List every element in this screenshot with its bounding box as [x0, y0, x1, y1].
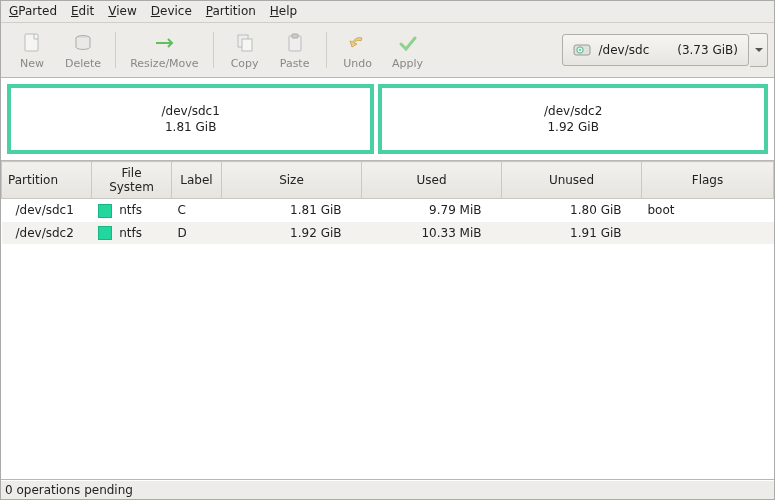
resize-move-label: Resize/Move [130, 57, 198, 70]
svg-point-8 [579, 49, 581, 51]
partition-block-size: 1.92 GiB [547, 119, 598, 135]
menu-gparted[interactable]: GParted [9, 4, 57, 18]
toolbar-separator [115, 32, 116, 68]
col-filesystem[interactable]: File System [92, 162, 172, 199]
svg-rect-5 [292, 34, 298, 38]
copy-button[interactable]: Copy [221, 27, 269, 73]
partition-table: Partition File System Label Size Used Un… [1, 161, 774, 480]
cell-partition: /dev/sdc2 [2, 222, 92, 245]
cell-size: 1.81 GiB [222, 199, 362, 222]
fs-name: ntfs [119, 203, 142, 217]
fs-name: ntfs [119, 226, 142, 240]
menu-partition[interactable]: Partition [206, 4, 256, 18]
apply-label: Apply [392, 57, 423, 70]
cell-flags: boot [642, 199, 774, 222]
menu-edit[interactable]: Edit [71, 4, 94, 18]
paste-label: Paste [280, 57, 310, 70]
menu-help[interactable]: Help [270, 4, 297, 18]
undo-icon [346, 31, 370, 55]
menubar: GParted Edit View Device Partition Help [1, 1, 774, 23]
copy-label: Copy [231, 57, 259, 70]
cell-used: 9.79 MiB [362, 199, 502, 222]
cell-filesystem: ntfs [92, 199, 172, 222]
cell-filesystem: ntfs [92, 222, 172, 245]
resize-move-button[interactable]: Resize/Move [123, 27, 205, 73]
toolbar: New Delete Resize/Move Copy Paste Undo [1, 23, 774, 78]
col-partition[interactable]: Partition [2, 162, 92, 199]
cell-used: 10.33 MiB [362, 222, 502, 245]
device-size: (3.73 GiB) [677, 43, 738, 57]
table-row[interactable]: /dev/sdc2 ntfs D 1.92 GiB 10.33 MiB 1.91… [2, 222, 774, 245]
partition-block-sdc2[interactable]: /dev/sdc2 1.92 GiB [378, 84, 768, 154]
delete-button[interactable]: Delete [58, 27, 108, 73]
cell-size: 1.92 GiB [222, 222, 362, 245]
undo-label: Undo [343, 57, 372, 70]
cell-flags [642, 222, 774, 245]
svg-rect-0 [25, 34, 38, 51]
device-name: /dev/sdc [599, 43, 650, 57]
partition-block-name: /dev/sdc2 [544, 103, 602, 119]
fs-color-swatch [98, 204, 112, 218]
col-unused[interactable]: Unused [502, 162, 642, 199]
col-label[interactable]: Label [172, 162, 222, 199]
new-label: New [20, 57, 44, 70]
device-selector[interactable]: /dev/sdc (3.73 GiB) [562, 34, 749, 66]
cell-label: C [172, 199, 222, 222]
status-bar: 0 operations pending [1, 480, 774, 499]
delete-label: Delete [65, 57, 101, 70]
partition-block-name: /dev/sdc1 [162, 103, 220, 119]
col-used[interactable]: Used [362, 162, 502, 199]
cell-partition: /dev/sdc1 [2, 199, 92, 222]
device-dropdown-arrow[interactable] [750, 33, 768, 67]
paste-icon [283, 31, 307, 55]
menu-view[interactable]: View [108, 4, 136, 18]
undo-button[interactable]: Undo [334, 27, 382, 73]
new-icon [20, 31, 44, 55]
apply-icon [396, 31, 420, 55]
new-button[interactable]: New [8, 27, 56, 73]
delete-icon [71, 31, 95, 55]
copy-icon [233, 31, 257, 55]
chevron-down-icon [755, 46, 763, 54]
toolbar-separator [213, 32, 214, 68]
partition-block-sdc1[interactable]: /dev/sdc1 1.81 GiB [7, 84, 374, 154]
svg-rect-3 [242, 39, 252, 51]
cell-unused: 1.80 GiB [502, 199, 642, 222]
resize-move-icon [152, 31, 176, 55]
table-header-row: Partition File System Label Size Used Un… [2, 162, 774, 199]
fs-color-swatch [98, 226, 112, 240]
paste-button[interactable]: Paste [271, 27, 319, 73]
cell-unused: 1.91 GiB [502, 222, 642, 245]
col-flags[interactable]: Flags [642, 162, 774, 199]
cell-label: D [172, 222, 222, 245]
toolbar-separator [326, 32, 327, 68]
menu-device[interactable]: Device [151, 4, 192, 18]
partition-map: /dev/sdc1 1.81 GiB /dev/sdc2 1.92 GiB [1, 78, 774, 161]
col-size[interactable]: Size [222, 162, 362, 199]
status-text: 0 operations pending [5, 483, 133, 497]
apply-button[interactable]: Apply [384, 27, 432, 73]
table-row[interactable]: /dev/sdc1 ntfs C 1.81 GiB 9.79 MiB 1.80 … [2, 199, 774, 222]
harddisk-icon [573, 41, 591, 59]
partition-block-size: 1.81 GiB [165, 119, 216, 135]
